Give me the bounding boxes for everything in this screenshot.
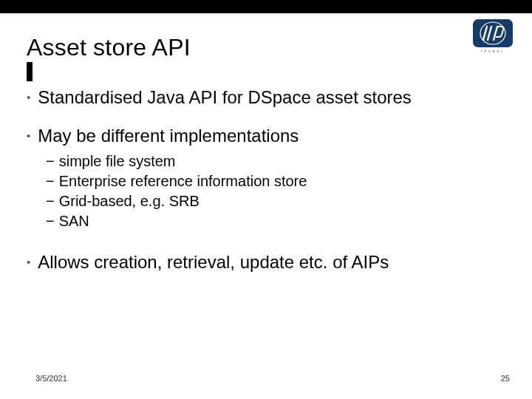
hp-logo: invent (473, 19, 513, 53)
hp-logo-caption: invent (473, 49, 513, 53)
svg-rect-0 (473, 19, 513, 47)
footer-page-number: 25 (501, 374, 510, 383)
sub-bullet-text: simple file system (59, 151, 176, 171)
sub-bullet-item: − SAN (46, 211, 499, 231)
sub-bullet-item: − Grid-based, e.g. SRB (46, 191, 499, 211)
sub-bullet-text: Enterprise reference information store (59, 171, 307, 191)
sub-bullet-item: − Enterprise reference information store (46, 171, 499, 191)
footer-date: 3/5/2021 (35, 374, 67, 383)
dash-icon: − (46, 151, 55, 171)
slide: invent Asset store API • Standardised Ja… (0, 0, 532, 399)
bullet-item: • May be different implementations (27, 124, 499, 148)
bullet-item: • Allows creation, retrieval, update etc… (27, 250, 499, 274)
bullet-text: Allows creation, retrieval, update etc. … (38, 250, 389, 274)
bullet-item: • Standardised Java API for DSpace asset… (27, 86, 499, 109)
dash-icon: − (46, 211, 55, 231)
hp-logo-icon (473, 19, 513, 47)
bullet-dot-icon: • (27, 250, 30, 274)
sub-bullet-text: SAN (59, 211, 89, 231)
bullet-group: • May be different implementations − sim… (27, 124, 499, 231)
bullet-dot-icon: • (27, 124, 30, 148)
top-black-bar (0, 0, 532, 13)
dash-icon: − (46, 191, 55, 211)
slide-content: • Standardised Java API for DSpace asset… (27, 86, 499, 289)
title-left-tick (27, 62, 33, 81)
dash-icon: − (46, 171, 55, 191)
bullet-dot-icon: • (27, 86, 30, 109)
bullet-text: Standardised Java API for DSpace asset s… (38, 86, 412, 109)
bullet-text: May be different implementations (38, 124, 299, 148)
sub-bullet-list: − simple file system − Enterprise refere… (46, 151, 499, 231)
slide-title: Asset store API (27, 34, 191, 61)
sub-bullet-item: − simple file system (46, 151, 499, 171)
sub-bullet-text: Grid-based, e.g. SRB (59, 191, 200, 211)
